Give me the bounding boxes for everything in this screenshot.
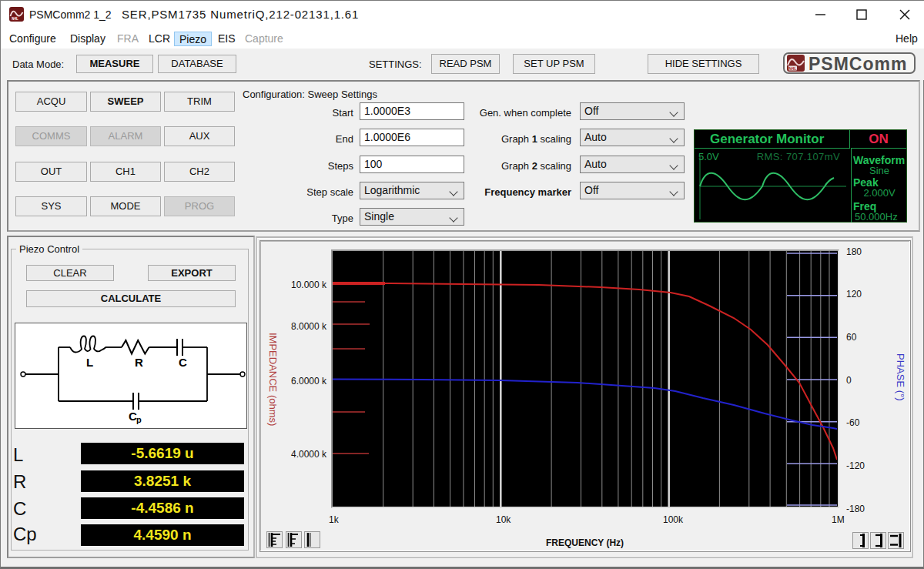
svg-text:N4L: N4L: [12, 17, 18, 21]
svg-text:N4L: N4L: [788, 66, 797, 71]
svg-text:L: L: [86, 356, 93, 369]
svg-text:C: C: [179, 356, 187, 369]
svg-text:p: p: [136, 415, 142, 424]
svg-text:R: R: [135, 356, 143, 369]
